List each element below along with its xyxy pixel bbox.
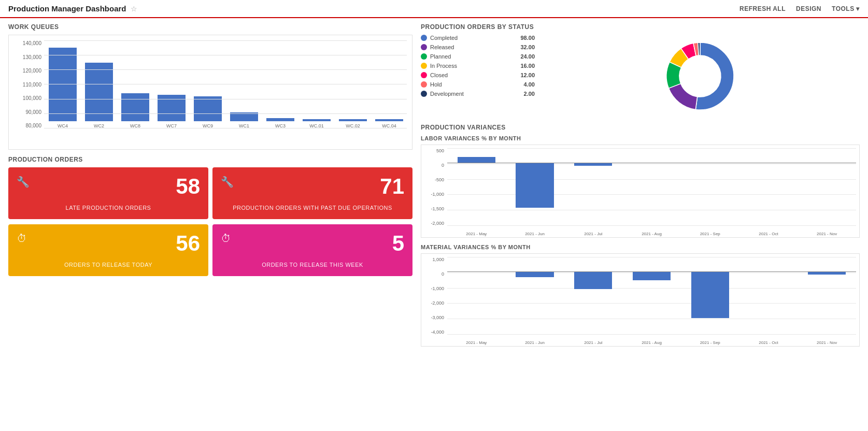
variance-bar-group [447, 148, 506, 226]
legend-label: In Process [430, 63, 517, 69]
bar [158, 95, 186, 121]
bar-label: WC.01 [309, 123, 324, 128]
design-button[interactable]: DESIGN [796, 5, 821, 12]
variance-bar-group [739, 257, 798, 335]
y-label: 110,000 [23, 82, 41, 88]
late-orders-card[interactable]: 🔧 58 LATE PRODUCTION ORDERS [8, 167, 208, 219]
legend-value: 12.00 [520, 72, 535, 78]
x-axis-label: 2021 - Aug [622, 232, 681, 236]
release-week-label: ORDERS TO RELEASE THIS WEEK [221, 257, 404, 268]
status-chart-area: Completed 98.00 Released 32.00 Planned 2… [421, 35, 860, 118]
x-axis-label: 2021 - Nov [798, 232, 856, 236]
variance-bar [574, 271, 612, 289]
legend-dot [421, 53, 427, 60]
past-due-card[interactable]: 🔧 71 PRODUCTION ORDERS WITH PAST DUE OPE… [212, 167, 412, 219]
bar [303, 119, 331, 121]
bar-label: WC.04 [382, 123, 396, 128]
variance-bars-area [447, 257, 856, 335]
variance-bar [574, 163, 612, 166]
x-axis-label: 2021 - Oct [739, 340, 798, 345]
x-axis-label: 2021 - Jun [506, 232, 564, 236]
refresh-all-button[interactable]: REFRESH ALL [739, 5, 786, 12]
legend-label: Planned [430, 53, 517, 60]
variance-bar-group [681, 257, 739, 335]
page-title: Production Manager Dashboard [8, 4, 126, 13]
x-axis-label: 2021 - Sep [681, 232, 739, 236]
right-panel: PRODUCTION ORDERS BY STATUS Completed 98… [421, 23, 860, 353]
status-legend-item: Planned 24.00 [421, 53, 535, 60]
variances-section: PRODUCTION VARIANCES LABOR VARIANCES % B… [421, 124, 860, 347]
variance-bar-group [564, 148, 622, 226]
wrench-icon: 🔧 [221, 176, 234, 188]
variance-bar-group [506, 148, 564, 226]
status-legend-item: Hold 4.00 [421, 81, 535, 88]
material-variance-title: MATERIAL VARIANCES % BY MONTH [421, 244, 860, 250]
legend-value: 16.00 [520, 63, 535, 69]
release-week-card[interactable]: ⏱ 5 ORDERS TO RELEASE THIS WEEK [212, 224, 412, 276]
late-orders-number: 58 [176, 176, 200, 197]
y-label: 140,000 [23, 40, 41, 46]
bar-group: WC3 [263, 40, 298, 128]
donut-chart [659, 35, 742, 118]
timer-icon: ⏱ [221, 233, 231, 245]
bar [121, 93, 149, 121]
release-week-number: 5 [392, 233, 404, 254]
variance-bar [808, 271, 846, 275]
bar-label: WC1 [239, 123, 249, 128]
kpi-card-header: ⏱ 5 [221, 233, 404, 254]
bar-group: WC1 [226, 40, 262, 128]
y-axis-label: 0 [442, 271, 444, 277]
variance-bar-group [798, 148, 856, 226]
bar-group: WC.04 [372, 40, 407, 128]
timer-icon: ⏱ [17, 233, 27, 245]
status-legend-item: Released 32.00 [421, 44, 535, 50]
bar [49, 48, 77, 121]
legend-label: Completed [430, 35, 517, 41]
status-section: PRODUCTION ORDERS BY STATUS Completed 98… [421, 23, 860, 118]
favorite-icon[interactable]: ☆ [131, 5, 137, 13]
legend-label: Development [430, 91, 521, 97]
y-axis-label: -1,000 [431, 192, 444, 197]
y-axis: 140,000 130,000 120,000 110,000 100,000 … [14, 40, 44, 128]
x-axis-label: 2021 - Oct [739, 232, 798, 236]
variance-bar [633, 271, 671, 280]
legend-dot [421, 44, 427, 50]
work-queues-section: WORK QUEUES 140,000 130,000 [8, 23, 412, 150]
tools-button[interactable]: TOOLS ▾ [832, 5, 860, 12]
variance-bar [516, 163, 553, 208]
legend-value: 24.00 [520, 53, 535, 60]
bar [85, 63, 113, 121]
past-due-label: PRODUCTION ORDERS WITH PAST DUE OPERATIO… [221, 200, 404, 211]
bar-group: WC8 [118, 40, 153, 128]
bar-label: WC7 [166, 123, 177, 128]
legend-dot [421, 91, 427, 97]
legend-dot [421, 72, 427, 78]
bar-group: WC7 [154, 40, 189, 128]
status-legend-item: In Process 16.00 [421, 63, 535, 69]
svg-point-0 [679, 55, 721, 97]
kpi-card-header: 🔧 71 [221, 176, 404, 197]
wrench-icon: 🔧 [17, 176, 30, 188]
variance-bar-group [798, 257, 856, 335]
variance-bar-group [739, 148, 798, 226]
bar-group: WC.01 [299, 40, 334, 128]
legend-value: 98.00 [520, 35, 535, 41]
legend-value: 4.00 [524, 81, 535, 88]
labor-variance-chart: 5000-500-1,000-1,500-2,0002021 - May2021… [421, 145, 860, 238]
variances-title: PRODUCTION VARIANCES [421, 124, 860, 131]
legend-dot [421, 81, 427, 88]
labor-variance-title: LABOR VARIANCES % BY MONTH [421, 135, 860, 141]
status-legend-item: Development 2.00 [421, 91, 535, 97]
kpi-row-2: ⏱ 56 ORDERS TO RELEASE TODAY ⏱ 5 ORDERS … [8, 224, 412, 276]
y-axis-label: -1,500 [431, 206, 444, 211]
bar [266, 118, 294, 121]
status-legend-item: Closed 12.00 [421, 72, 535, 78]
legend-value: 2.00 [524, 91, 535, 97]
top-bar-left: Production Manager Dashboard ☆ [8, 4, 137, 13]
release-today-card[interactable]: ⏱ 56 ORDERS TO RELEASE TODAY [8, 224, 208, 276]
y-label: 130,000 [23, 54, 41, 60]
variance-bar-group [447, 257, 506, 335]
bar-group: WC4 [45, 40, 80, 128]
y-label: 90,000 [25, 109, 41, 115]
production-orders-section: PRODUCTION ORDERS 🔧 58 LATE PRODUCTION O… [8, 156, 412, 276]
